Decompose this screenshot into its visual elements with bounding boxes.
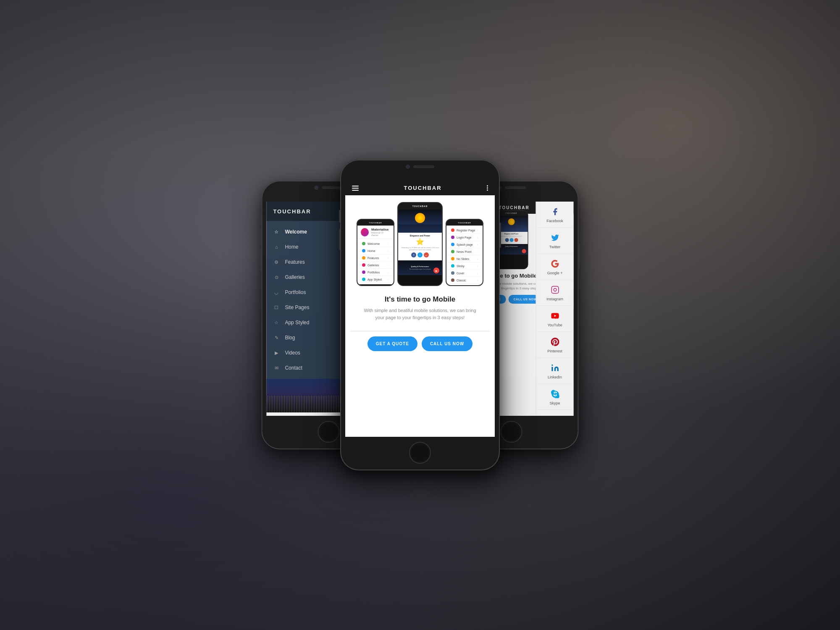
social-item-linkedin[interactable]: LinkedIn [536, 358, 574, 384]
mini-star-icon: ⭐ [400, 238, 440, 246]
phones-scene: TOUCHBAR × ☆ Welcome ⌂ Home ∨ [0, 0, 840, 630]
phone-left-camera [314, 186, 318, 190]
mat-info: Materialise Material UI theme [371, 228, 390, 236]
mini-tw-btn: t [417, 252, 423, 257]
mini-phone-left: TOUCHBAR Materialise Material UI theme [357, 219, 394, 286]
list-item-galleries: Galleries› [359, 262, 392, 269]
center-side-btn-power [500, 223, 501, 248]
list-item-portfolios: Portfolios› [359, 269, 392, 276]
mini-center-header: TOUCHBAR [398, 203, 442, 210]
list-item-features: Features› [359, 255, 392, 262]
twitter-icon [549, 232, 561, 244]
fb-letter: f [413, 254, 414, 256]
social-item-skype[interactable]: Skype [536, 384, 574, 410]
social-sidebar: Facebook Twitter [536, 202, 574, 416]
right-list-register: Register Page› [448, 227, 481, 234]
right-mini-play [522, 249, 526, 253]
arrow-right-4: › [388, 264, 389, 266]
mini-quality-title: Quality & Performance [411, 265, 429, 268]
right-list-news: News Point› [448, 248, 481, 255]
linkedin-icon [549, 362, 561, 374]
camera-icon: ⊙ [273, 274, 280, 281]
right-mini-gp [514, 238, 518, 242]
mini-play-btn: ▶ [433, 268, 439, 273]
edit-icon: ✎ [273, 334, 280, 341]
social-item-twitter[interactable]: Twitter [536, 228, 574, 254]
phone-right-speaker [505, 186, 526, 189]
right-list-sticky: Sticky› [448, 262, 481, 270]
social-item-facebook[interactable]: Facebook [536, 202, 574, 228]
phone-right-home-button[interactable] [501, 421, 522, 443]
skype-icon [549, 388, 561, 400]
mini-quality-sub: The most intuitive apps of our universe [409, 268, 431, 270]
linkedin-label: LinkedIn [548, 375, 562, 379]
side-btn-volume-down [260, 250, 261, 271]
mini-bottom-section: Quality & Performance The most intuitive… [398, 260, 442, 275]
dot-brown-r [451, 278, 454, 282]
mini-phone-right: TOUCHBAR Register Page› Login Page› Spla… [446, 219, 483, 286]
mini-description: Celebrating our 20 000th sale with the r… [400, 247, 440, 251]
phone-center-home-button[interactable] [409, 442, 431, 464]
social-item-pinterest[interactable]: Pinterest [536, 332, 574, 358]
phone-left-notch [314, 186, 343, 190]
phone-center-camera [406, 165, 410, 169]
mini-fb-btn: f [411, 252, 416, 257]
google-plus-icon [549, 258, 561, 270]
right-mini-center-header: TOUCHBAR [495, 211, 528, 216]
list-dot-purple [362, 270, 365, 274]
mat-circle-icon [361, 228, 369, 236]
hamburger-line-1 [352, 186, 359, 186]
instagram-label: Instagram [546, 297, 563, 301]
more-options-icon[interactable] [487, 185, 488, 191]
social-item-youtube[interactable]: YouTube [536, 306, 574, 332]
list-dot-green [362, 242, 365, 245]
mat-name: Materialise [371, 228, 390, 231]
facebook-label: Facebook [546, 219, 563, 223]
center-action-buttons: GET A QUOTE CALL US NOW [368, 336, 473, 351]
phone-center-speaker [413, 165, 434, 168]
center-header-title: TOUCHBAR [404, 185, 441, 191]
skype-label: Skype [550, 401, 560, 405]
dot-red [451, 228, 454, 232]
get-quote-button[interactable]: GET A QUOTE [368, 336, 417, 351]
pinterest-icon [549, 336, 561, 348]
mini-gp-btn: g+ [424, 252, 429, 257]
arrow-r-5: › [477, 257, 478, 260]
center-hero-title: It's time to go Mobile [385, 295, 455, 304]
list-dot-orange [362, 256, 365, 260]
arrow-r-6: › [477, 265, 478, 267]
arrow-r-2: › [477, 236, 478, 239]
right-mini-tw [509, 238, 513, 242]
social-item-instagram[interactable]: Instagram [536, 280, 574, 306]
dot-grey-r [451, 271, 454, 275]
phone-left-home-button[interactable] [318, 421, 339, 443]
mat-sub: Material UI theme [371, 231, 390, 236]
social-item-google[interactable]: Google + [536, 254, 574, 280]
video-icon: ▶ [273, 349, 280, 356]
call-us-button[interactable]: CALL US NOW [422, 336, 472, 351]
youtube-label: YouTube [547, 323, 562, 327]
dot-blue-r [451, 243, 454, 246]
mini-right-header: TOUCHBAR [446, 220, 483, 226]
mini-center-content: Elegance and Power ⭐ Celebrating our 20 … [398, 233, 442, 260]
arrow-right-5: › [388, 271, 389, 273]
svg-point-1 [554, 289, 556, 291]
list-item-app-styled: App Styled› [359, 276, 392, 283]
mini-sun-icon [415, 213, 425, 223]
home-icon: ⌂ [273, 244, 280, 250]
twitter-label: Twitter [549, 245, 561, 249]
hamburger-icon[interactable] [352, 186, 359, 191]
right-list-cover: Cover› [448, 270, 481, 277]
right-mini-sun [508, 218, 515, 225]
right-list-login: Login Page› [448, 234, 481, 241]
youtube-icon [549, 310, 561, 322]
materialise-logo: Materialise Material UI theme [357, 226, 394, 239]
right-list-show: Show› [448, 284, 481, 286]
hamburger-line-2 [352, 188, 359, 189]
star-icon-2: ☆ [273, 319, 280, 326]
center-side-btn-volume-up [339, 210, 340, 223]
mini-phones-display: TOUCHBAR Materialise Material UI theme [350, 202, 490, 286]
gear-icon: ⚙ [273, 259, 280, 265]
mini-play-icon: ▶ [436, 269, 438, 272]
social-item-whatsapp[interactable]: WhatsApp [536, 410, 574, 416]
